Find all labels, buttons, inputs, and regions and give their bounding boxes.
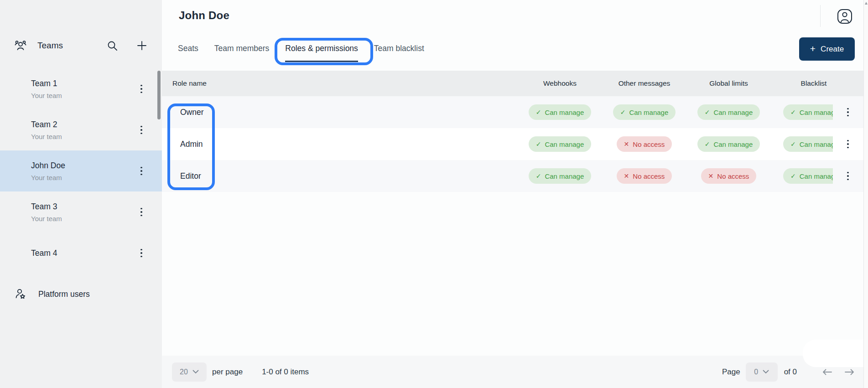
platform-users-label: Platform users	[38, 290, 90, 299]
roles-table: Role name Webhooks Other messages Global…	[162, 71, 868, 192]
team-item-menu-icon[interactable]	[137, 83, 146, 94]
table-row: Admin ✓Can manage ✕No access ✓Can manage…	[162, 128, 868, 160]
sidebar-scrollbar-thumb[interactable]	[157, 71, 161, 119]
active-tab-underline	[285, 61, 358, 62]
permission-badge-clipped: ✓Can manage	[783, 136, 833, 152]
badge-icon: ✓	[620, 109, 626, 116]
page-label: Page	[722, 367, 740, 377]
tab-team-members[interactable]: Team members	[214, 40, 270, 61]
row-menu-icon[interactable]	[844, 139, 852, 150]
badge-icon: ✓	[705, 109, 710, 116]
tab-roles-permissions[interactable]: Roles & permissions	[285, 40, 358, 61]
sidebar-header: Teams	[0, 36, 162, 56]
permission-badge: ✕No access	[617, 136, 672, 152]
permission-badge: ✓Can manage	[697, 104, 760, 120]
badge-icon: ✓	[536, 109, 541, 116]
column-header-blacklist: Blacklist	[771, 79, 839, 88]
overlay-blob	[803, 340, 863, 367]
topbar-divider	[820, 5, 821, 27]
search-icon[interactable]	[106, 40, 118, 52]
permission-badge: ✕No access	[617, 168, 672, 184]
sidebar: Teams Team 1 Your team Team 2 Your team	[0, 0, 162, 388]
badge-icon: ✕	[708, 172, 714, 180]
team-item-menu-icon[interactable]	[137, 166, 146, 176]
badge-icon: ✓	[536, 140, 541, 148]
window-scrollbar[interactable]	[863, 0, 868, 388]
team-list-item[interactable]: Team 3 Your team	[0, 191, 162, 233]
chevron-down-icon	[192, 370, 199, 374]
team-list-item[interactable]: Team 4	[0, 233, 162, 274]
tab-seats[interactable]: Seats	[178, 40, 198, 61]
table-row: Owner ✓Can manage ✓Can manage ✓Can manag…	[162, 96, 868, 128]
badge-icon: ✕	[624, 140, 629, 148]
team-item-menu-icon[interactable]	[137, 207, 146, 217]
permission-badge: ✓Can manage	[613, 104, 676, 120]
page-size-select[interactable]: 20	[172, 362, 207, 382]
badge-icon: ✓	[790, 109, 796, 116]
row-menu-icon[interactable]	[844, 107, 852, 118]
main-content: John Doe Seats Team members Roles & perm…	[162, 0, 868, 388]
per-page-label: per page	[212, 367, 243, 377]
permission-badge: ✓Can manage	[529, 104, 592, 120]
app-window: Teams Team 1 Your team Team 2 Your team	[0, 0, 868, 388]
create-button[interactable]: + Create	[799, 37, 855, 61]
column-header-role-name: Role name	[162, 79, 518, 88]
badge-icon: ✓	[536, 172, 541, 180]
badge-icon: ✓	[790, 172, 796, 180]
team-list: Team 1 Your team Team 2 Your team John D…	[0, 68, 162, 274]
team-item-menu-icon[interactable]	[137, 248, 146, 259]
platform-user-star-icon	[14, 287, 27, 301]
team-list-item[interactable]: Team 1 Your team	[0, 68, 162, 109]
permission-badge-clipped: ✓Can manage	[783, 104, 833, 120]
teams-group-icon	[14, 39, 27, 52]
permission-badge: ✓Can manage	[529, 136, 592, 152]
items-summary: 1-0 of 0 items	[262, 367, 309, 377]
team-list-item-selected[interactable]: John Doe Your team	[0, 150, 162, 191]
sidebar-item-platform-users[interactable]: Platform users	[0, 282, 162, 306]
permission-badge: ✕No access	[701, 168, 757, 184]
tab-team-blacklist[interactable]: Team blacklist	[374, 40, 424, 61]
column-header-webhooks: Webhooks	[518, 79, 602, 88]
sidebar-title: Teams	[37, 41, 63, 51]
permission-badge-clipped: ✓Can manage	[783, 168, 833, 184]
pagination-bar: 20 per page 1-0 of 0 items Page 0 of 0	[162, 356, 868, 388]
team-list-item[interactable]: Team 2 Your team	[0, 109, 162, 150]
table-row: Editor ✓Can manage ✕No access ✕No access…	[162, 160, 868, 192]
badge-icon: ✓	[790, 140, 796, 148]
badge-icon: ✓	[705, 140, 710, 148]
page-of-label: of 0	[784, 367, 797, 377]
table-header-row: Role name Webhooks Other messages Global…	[162, 71, 868, 96]
role-name-cell: Owner	[162, 108, 518, 117]
team-item-menu-icon[interactable]	[137, 124, 146, 135]
plus-icon: +	[810, 44, 816, 53]
tab-bar: Seats Team members Roles & permissions T…	[178, 40, 424, 61]
permission-badge: ✓Can manage	[529, 168, 592, 184]
scrollbar-up-arrow-icon	[865, 2, 868, 5]
permission-badge: ✓Can manage	[697, 136, 760, 152]
add-team-icon[interactable]	[136, 40, 147, 51]
column-header-global-limits: Global limits	[686, 79, 771, 88]
page-title: John Doe	[179, 9, 229, 22]
column-header-other-messages: Other messages	[602, 79, 686, 88]
chevron-down-icon	[763, 370, 769, 374]
next-page-icon[interactable]	[844, 369, 854, 375]
badge-icon: ✕	[624, 172, 629, 180]
previous-page-icon[interactable]	[822, 369, 832, 375]
page-number-select[interactable]: 0	[746, 362, 778, 382]
role-name-cell: Admin	[162, 140, 518, 149]
user-account-icon[interactable]	[836, 7, 854, 26]
role-name-cell: Editor	[162, 171, 518, 181]
row-menu-icon[interactable]	[844, 171, 852, 181]
